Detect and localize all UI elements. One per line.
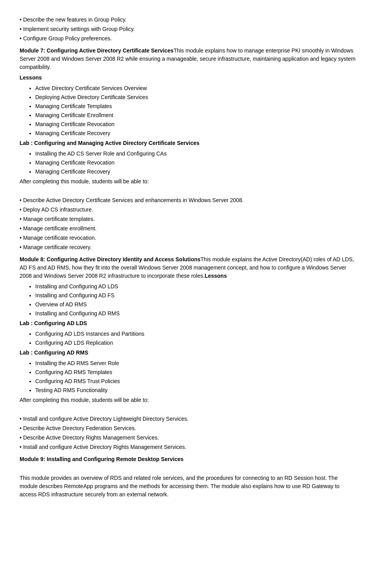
module7-title: Module 7: Configuring Active Directory C…: [20, 47, 356, 71]
list-item: Managing Certificate Templates: [35, 102, 356, 110]
module7-section: Module 7: Configuring Active Directory C…: [20, 47, 356, 251]
intro-bullet-1: Describe the new features in Group Polic…: [20, 16, 356, 24]
list-item: Configuring AD RMS Trust Policies: [35, 377, 356, 385]
module7-outcome-2: Deploy AD CS infrastructure.: [20, 206, 356, 214]
module7-outcome-1: Describe Active Directory Certificate Se…: [20, 196, 356, 204]
list-item: Installing the AD CS Server Role and Con…: [35, 150, 356, 158]
list-item: Installing and Configuring AD FS: [35, 291, 356, 300]
list-item: Managing Certificate Recovery: [35, 129, 356, 138]
module9-body: This module provides an overview of RDS …: [20, 474, 356, 499]
list-item: Configuring AD LDS Instances and Partiti…: [35, 330, 356, 338]
module8-lab2-label: Lab : Configuring AD RMS: [20, 349, 356, 357]
list-item: Active Directory Certificate Services Ov…: [35, 84, 356, 92]
list-item: Configuring AD RMS Templates: [35, 368, 356, 376]
list-item: Managing Certificate Revocation: [35, 159, 356, 167]
module8-after-completing: After completing this module, students w…: [20, 396, 356, 404]
module8-outcome-1: Install and configure Active Directory L…: [20, 415, 356, 423]
module7-outcome-5: Manage certificate revocation.: [20, 234, 356, 242]
module7-outcome-4: Manage certificate enrollment.: [20, 224, 356, 233]
intro-bullets-section: Describe the new features in Group Polic…: [20, 16, 356, 43]
module7-lessons-label: Lessons: [20, 74, 356, 82]
list-item: Managing Certificate Enrollment: [35, 111, 356, 119]
list-item: Installing and Configuring AD RMS: [35, 309, 356, 318]
module7-lessons-list: Active Directory Certificate Services Ov…: [35, 84, 356, 138]
module8-outcome-2: Describe Active Directory Federation Ser…: [20, 424, 356, 432]
module7-after-completing: After completing this module, students w…: [20, 177, 356, 186]
module8-section: Module 8: Configuring Active Directory I…: [20, 255, 356, 451]
list-item: Configuring AD LDS Replication: [35, 339, 356, 347]
module8-outcome-4: Install and configure Active Directory R…: [20, 443, 356, 451]
list-item: Overview of AD RMS: [35, 300, 356, 309]
module9-title: Module 9: Installing and Configuring Rem…: [20, 455, 356, 463]
module7-outcome-6: Manage certificate recovery.: [20, 243, 356, 251]
module8-outcome-3: Describe Active Directory Rights Managem…: [20, 434, 356, 442]
intro-bullet-2: Implement security settings with Group P…: [20, 25, 356, 33]
module7-outcome-3: Manage certificate templates.: [20, 215, 356, 223]
list-item: Managing Certificate Revocation: [35, 120, 356, 128]
intro-bullet-3: Configure Group Policy preferences.: [20, 34, 356, 43]
module8-lab1-label: Lab : Configuring AD LDS: [20, 319, 356, 327]
list-item: Testing AD RMS Functionality: [35, 386, 356, 394]
module8-lessons-list: Installing and Configuring AD LDS Instal…: [35, 282, 356, 318]
list-item: Installing the AD RMS Server Role: [35, 359, 356, 367]
list-item: Managing Certificate Recovery: [35, 168, 356, 176]
module7-lab-list: Installing the AD CS Server Role and Con…: [35, 150, 356, 176]
list-item: Installing and Configuring AD LDS: [35, 282, 356, 291]
module9-section: Module 9: Installing and Configuring Rem…: [20, 455, 356, 499]
list-item: Deploying Active Directory Certificate S…: [35, 93, 356, 101]
module7-lab-label: Lab : Configuring and Managing Active Di…: [20, 139, 356, 147]
module8-title: Module 8: Configuring Active Directory I…: [20, 255, 356, 280]
module8-lab2-list: Installing the AD RMS Server Role Config…: [35, 359, 356, 394]
module8-lab1-list: Configuring AD LDS Instances and Partiti…: [35, 330, 356, 347]
